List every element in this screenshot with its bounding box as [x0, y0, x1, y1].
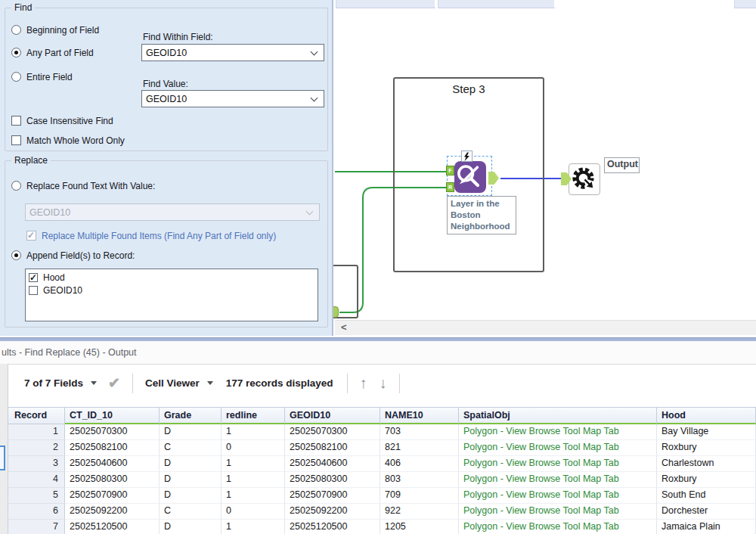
- input-anchor-r[interactable]: R: [446, 182, 454, 192]
- table-cell[interactable]: 0: [222, 504, 285, 520]
- macro-output-caption[interactable]: Output: [604, 157, 640, 173]
- table-cell[interactable]: 406: [380, 456, 459, 472]
- table-cell[interactable]: 25025070900: [285, 488, 380, 504]
- table-cell[interactable]: 25025120500: [285, 520, 380, 534]
- column-header[interactable]: CT_ID_10: [65, 407, 160, 424]
- table-cell[interactable]: Polygon - View Browse Tool Map Tab: [459, 520, 657, 534]
- table-row[interactable]: 125025070300D125025070300703Polygon - Vi…: [8, 424, 756, 440]
- table-cell[interactable]: D: [160, 488, 222, 504]
- find-replace-tool[interactable]: [454, 161, 486, 193]
- table-cell[interactable]: South End: [657, 488, 756, 504]
- fields-dropdown[interactable]: 7 of 7 Fields: [24, 377, 83, 389]
- table-row[interactable]: 325025040600D125025040600406Polygon - Vi…: [8, 456, 756, 472]
- table-cell[interactable]: 25025082100: [65, 440, 160, 456]
- column-header[interactable]: Record: [8, 407, 65, 424]
- table-cell[interactable]: 25025040600: [65, 456, 160, 472]
- canvas-horizontal-scrollbar[interactable]: <: [335, 320, 756, 335]
- arrow-up-icon[interactable]: ↑: [360, 374, 367, 392]
- table-cell[interactable]: 25025082100: [285, 440, 380, 456]
- radio-entire-field[interactable]: [11, 72, 21, 82]
- table-cell[interactable]: Dorchester: [657, 504, 756, 520]
- record-number-cell[interactable]: 6: [8, 504, 65, 520]
- table-row[interactable]: 625025092200C025025092200922Polygon - Vi…: [8, 504, 756, 520]
- chevron-down-icon[interactable]: [207, 381, 213, 385]
- radio-append-fields[interactable]: [11, 250, 21, 260]
- table-cell[interactable]: Bay Village: [657, 424, 756, 440]
- record-number-cell[interactable]: 3: [8, 456, 65, 472]
- table-cell[interactable]: 1: [222, 424, 285, 440]
- table-cell[interactable]: 1: [222, 488, 285, 504]
- table-cell[interactable]: 821: [380, 440, 459, 456]
- radio-replace-found-text[interactable]: [11, 181, 21, 191]
- table-cell[interactable]: Polygon - View Browse Tool Map Tab: [459, 488, 657, 504]
- table-cell[interactable]: 0: [222, 440, 285, 456]
- checkbox-case-insensitive[interactable]: [11, 116, 21, 126]
- table-cell[interactable]: Polygon - View Browse Tool Map Tab: [459, 504, 657, 520]
- table-cell[interactable]: 25025070300: [285, 424, 380, 440]
- table-cell[interactable]: Polygon - View Browse Tool Map Tab: [459, 424, 657, 440]
- table-row[interactable]: 725025120500D1250251205001205Polygon - V…: [8, 520, 756, 534]
- input-anchor-f[interactable]: F: [446, 166, 454, 175]
- find-within-field-dropdown[interactable]: GEOID10: [141, 44, 324, 61]
- table-cell[interactable]: 803: [380, 472, 459, 488]
- column-header[interactable]: Grade: [160, 407, 222, 424]
- table-cell[interactable]: 922: [380, 504, 459, 520]
- column-header[interactable]: Hood: [657, 407, 756, 424]
- list-item[interactable]: GEOID10: [26, 284, 318, 297]
- table-cell[interactable]: D: [160, 520, 222, 534]
- table-cell[interactable]: 25025040600: [285, 456, 380, 472]
- table-cell[interactable]: Jamaica Plain: [657, 520, 756, 534]
- table-row[interactable]: 425025080300D125025080300803Polygon - Vi…: [8, 472, 756, 488]
- radio-beginning-of-field[interactable]: [11, 25, 21, 35]
- record-number-cell[interactable]: 4: [8, 472, 65, 488]
- arrow-down-icon[interactable]: ↓: [380, 374, 387, 392]
- table-cell[interactable]: D: [160, 456, 222, 472]
- table-cell[interactable]: 25025070300: [65, 424, 160, 440]
- table-cell[interactable]: C: [160, 504, 222, 520]
- checkbox-match-whole-word[interactable]: [11, 135, 21, 145]
- checkbox-hood[interactable]: [29, 273, 38, 282]
- apply-check-icon[interactable]: ✔: [108, 374, 120, 392]
- table-cell[interactable]: Polygon - View Browse Tool Map Tab: [459, 440, 657, 456]
- column-header[interactable]: redline: [222, 407, 285, 424]
- record-number-cell[interactable]: 1: [8, 424, 65, 440]
- macro-output-tool[interactable]: [569, 163, 600, 195]
- record-number-cell[interactable]: 2: [8, 440, 65, 456]
- column-header[interactable]: NAME10: [380, 407, 459, 424]
- table-cell[interactable]: 25025080300: [65, 472, 160, 488]
- table-row[interactable]: 225025082100C025025082100821Polygon - Vi…: [8, 440, 756, 456]
- table-cell[interactable]: Roxbury: [657, 472, 756, 488]
- cell-viewer-dropdown[interactable]: Cell Viewer: [145, 377, 200, 389]
- find-value-dropdown[interactable]: GEOID10: [141, 90, 324, 107]
- table-cell[interactable]: 1: [222, 456, 285, 472]
- tool-annotation[interactable]: Layer in the Boston Neighborhood: [447, 196, 516, 234]
- radio-any-part-of-field[interactable]: [11, 48, 21, 57]
- record-number-cell[interactable]: 7: [8, 520, 65, 534]
- table-cell[interactable]: 25025080300: [285, 472, 380, 488]
- table-cell[interactable]: 703: [380, 424, 459, 440]
- table-cell[interactable]: 25025092200: [285, 504, 380, 520]
- scroll-left-icon[interactable]: <: [341, 321, 347, 333]
- column-header[interactable]: SpatialObj: [459, 407, 657, 424]
- table-cell[interactable]: 25025070900: [65, 488, 160, 504]
- table-cell[interactable]: Charlestown: [657, 456, 756, 472]
- list-item[interactable]: Hood: [26, 272, 318, 284]
- table-cell[interactable]: 25025120500: [65, 520, 160, 534]
- table-row[interactable]: 525025070900D125025070900709Polygon - Vi…: [8, 488, 756, 504]
- table-cell[interactable]: Polygon - View Browse Tool Map Tab: [459, 456, 657, 472]
- table-cell[interactable]: D: [160, 424, 222, 440]
- append-fields-listbox[interactable]: Hood GEOID10: [25, 269, 318, 321]
- table-cell[interactable]: Polygon - View Browse Tool Map Tab: [459, 472, 657, 488]
- table-cell[interactable]: 1: [222, 472, 285, 488]
- record-number-cell[interactable]: 5: [8, 488, 65, 504]
- table-cell[interactable]: C: [160, 440, 222, 456]
- table-cell[interactable]: 25025092200: [65, 504, 160, 520]
- table-cell[interactable]: 1: [222, 520, 285, 534]
- table-cell[interactable]: D: [160, 472, 222, 488]
- column-header[interactable]: GEOID10: [285, 407, 380, 424]
- checkbox-geoid10[interactable]: [29, 286, 38, 295]
- table-cell[interactable]: 1205: [380, 520, 459, 534]
- chevron-down-icon[interactable]: [91, 381, 97, 385]
- table-cell[interactable]: 709: [380, 488, 459, 504]
- table-cell[interactable]: Roxbury: [657, 440, 756, 456]
